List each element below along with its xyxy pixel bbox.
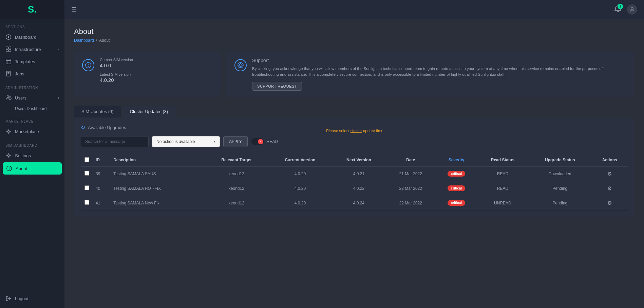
marketplace-label: MARKETPLACE (0, 113, 64, 125)
gear-button-0[interactable]: ⚙ (607, 171, 612, 177)
cell-read-status-0: READ (477, 166, 529, 181)
select-all-checkbox[interactable] (84, 157, 89, 162)
cell-upgrade-status-2: Pending (528, 196, 591, 210)
cell-upgrade-status-0: Downloaded (528, 166, 591, 181)
tabs-bar: SIM Updates (9) Cluster Updates (3) (74, 106, 634, 117)
users-arrow: › (58, 96, 59, 100)
main-area: ☰ 2 About Dashboard / About (64, 0, 644, 308)
sim-dashboard-label: SIM DASHBOARD (0, 138, 64, 149)
severity-badge-1: critical (448, 185, 465, 191)
sidebar-item-settings[interactable]: Settings (0, 149, 64, 162)
action-select[interactable]: No action is available ▾ (152, 136, 220, 147)
cell-target-0: xeond12 (205, 166, 268, 181)
select-notice: Please select cluster update first (326, 129, 382, 133)
row-checkbox-1[interactable] (84, 185, 89, 190)
page-content: About Dashboard / About Current SIM vers… (64, 19, 644, 308)
support-card: Support By clicking, you acknowledge tha… (226, 51, 634, 97)
notification-badge: 2 (618, 4, 623, 9)
support-info: Support By clicking, you acknowledge tha… (252, 58, 626, 91)
svg-point-22 (88, 66, 89, 67)
sidebar-item-jobs[interactable]: Jobs (0, 68, 64, 80)
support-request-button[interactable]: SUPPORT REQUEST (252, 82, 302, 91)
read-toggle-label: READ (267, 139, 278, 144)
version-info: Current SIM version 4.0.0 Latest SIM ver… (100, 58, 133, 83)
gear-button-2[interactable]: ⚙ (607, 200, 612, 206)
sidebar-item-dashboard[interactable]: Dashboard (0, 31, 64, 43)
cell-severity-2: critical (436, 196, 477, 210)
col-actions: Actions (591, 154, 628, 167)
search-input[interactable] (81, 136, 149, 147)
settings-label: Settings (15, 153, 31, 158)
cell-severity-1: critical (436, 181, 477, 196)
toggle-knob: ✕ (258, 139, 263, 144)
svg-point-13 (7, 96, 9, 97)
cell-date-1: 22 Mar 2022 (385, 181, 436, 196)
gear-button-1[interactable]: ⚙ (607, 185, 612, 192)
logout-label: Logout (15, 296, 29, 301)
sidebar-item-templates[interactable]: Templates (0, 55, 64, 68)
tab-sim-updates[interactable]: SIM Updates (9) (74, 106, 121, 117)
row-checkbox-2[interactable] (84, 200, 89, 205)
logo-text: S. (28, 4, 37, 15)
col-read-status: Read Status (477, 154, 529, 167)
col-current-version: Current Version (268, 154, 332, 167)
topbar-right: 2 (614, 4, 637, 15)
available-upgrades-label: Available Upgrades (88, 125, 126, 130)
sidebar: S. SECTIONS Dashboard Infrastructure › T… (0, 0, 64, 308)
sections-label: SECTIONS (0, 19, 64, 31)
refresh-icon[interactable]: ↻ (81, 124, 85, 131)
read-toggle-switch[interactable]: ✕ (251, 138, 264, 145)
cell-next-0: 4.0.21 (332, 166, 386, 181)
info-cards: Current SIM version 4.0.0 Latest SIM ver… (74, 51, 634, 97)
svg-rect-3 (9, 47, 11, 49)
row-checkbox-0[interactable] (84, 171, 89, 176)
breadcrumb-separator: / (96, 38, 97, 43)
updates-section: SIM Updates (9) Cluster Updates (3) ↻ Av… (74, 106, 634, 217)
logout-icon (5, 295, 12, 302)
sidebar-item-marketplace[interactable]: Marketplace (0, 125, 64, 138)
notifications-button[interactable]: 2 (614, 5, 622, 14)
page-title: About (74, 27, 634, 36)
cell-upgrade-status-1: Pending (528, 181, 591, 196)
sidebar-item-users-dashboard[interactable]: Users Dashboard (0, 104, 64, 113)
menu-icon[interactable]: ☰ (71, 6, 77, 13)
svg-point-15 (7, 130, 9, 132)
current-version-label: Current SIM version (100, 58, 133, 62)
sidebar-item-infrastructure[interactable]: Infrastructure › (0, 43, 64, 55)
breadcrumb-home[interactable]: Dashboard (74, 38, 94, 43)
tab-cluster-updates[interactable]: Cluster Updates (3) (122, 106, 176, 117)
templates-label: Templates (15, 59, 35, 64)
cell-description-2: Testing SAMALA New Fix (111, 196, 205, 210)
settings-icon (5, 152, 12, 159)
user-avatar[interactable] (627, 4, 637, 15)
support-icon (234, 59, 247, 71)
col-next-version: Next Version (332, 154, 386, 167)
col-relevant-target: Relevant Target (205, 154, 268, 167)
sidebar-item-about[interactable]: i About (3, 162, 62, 175)
users-dashboard-label: Users Dashboard (15, 106, 46, 111)
latest-version-label: Latest SIM version (100, 72, 133, 76)
infrastructure-arrow: › (58, 48, 59, 51)
infrastructure-icon (5, 46, 12, 52)
marketplace-label-text: Marketplace (15, 129, 39, 134)
severity-badge-0: critical (448, 171, 465, 177)
cell-current-0: 4.0.20 (268, 166, 332, 181)
sidebar-item-users[interactable]: Users › (0, 92, 64, 104)
cell-id-0: 39 (93, 166, 111, 181)
svg-text:i: i (9, 167, 10, 170)
cell-actions-1: ⚙ (591, 181, 628, 196)
svg-rect-4 (6, 50, 8, 52)
col-description: Description (111, 154, 205, 167)
sidebar-item-logout[interactable]: Logout (0, 292, 64, 305)
version-icon (82, 59, 94, 71)
topbar: ☰ 2 (64, 0, 644, 19)
current-version-value: 4.0.0 (100, 62, 133, 68)
action-select-value: No action is available (156, 139, 195, 144)
breadcrumb-current: About (99, 38, 110, 43)
cell-target-1: xeond12 (205, 181, 268, 196)
cell-description-0: Testing SAMALA SAUS (111, 166, 205, 181)
table-header: ID Description Relevant Target Current V… (81, 154, 628, 167)
cell-actions-2: ⚙ (591, 196, 628, 210)
cell-target-2: xeond12 (205, 196, 268, 210)
apply-button[interactable]: APPLY (223, 136, 248, 147)
